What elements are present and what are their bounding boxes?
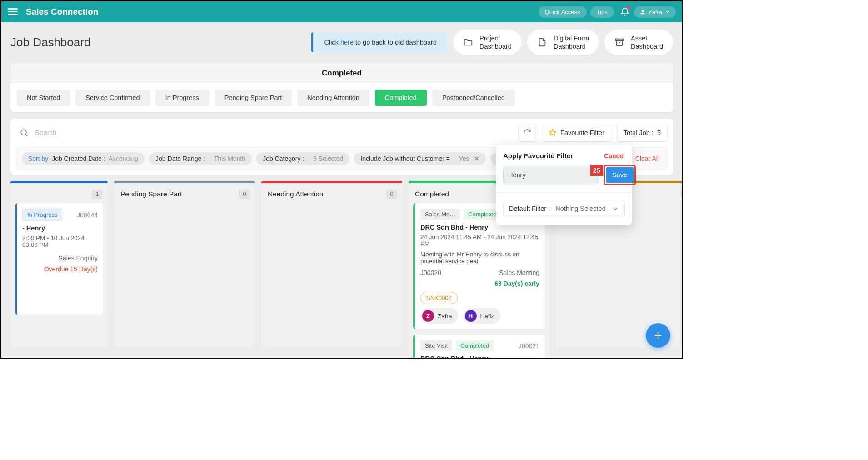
search-icon [20,128,29,137]
card-customer: DRC Sdn Bhd - Henry [420,355,539,359]
tab-pending-spare-part[interactable]: Pending Spare Part [215,90,292,106]
old-dashboard-banner: Click here to go back to old dashboard [311,32,447,52]
chevron-down-icon [612,205,619,212]
sort-chip[interactable]: Sort by Job Created Date : Ascending [22,152,145,165]
avatar: ZZafra [420,308,459,324]
step-badge: 25 [590,165,603,176]
refresh-button[interactable] [518,124,536,142]
save-button[interactable]: Save [606,167,634,183]
status-badge: In Progress [22,209,62,221]
clear-all-link[interactable]: Clear All [635,155,662,162]
topbar: Sales Connection Quick Access Tips Zafra [1,1,682,22]
chip-date-range[interactable]: Job Date Range : This Month [149,152,252,165]
default-filter-select[interactable]: Default Filter : Nothing Selected [503,200,625,217]
column-count: 0 [239,190,249,199]
quick-access-button[interactable]: Quick Access [539,6,587,18]
user-icon [639,9,646,15]
brand: Sales Connection [26,7,98,17]
tab-postponed-cancelled[interactable]: Postponed/Cancelled [432,90,515,106]
avatar: HHafiz [463,308,501,324]
star-icon [549,129,557,137]
favourite-name-input[interactable] [503,167,599,183]
folder-icon [463,37,473,47]
asset-dashboard-button[interactable]: AssetDashboard [604,30,673,55]
status-panel: Completed Not Started Service Confirmed … [10,63,673,112]
popover-title: Apply Favourite Filter [503,152,573,160]
svg-point-0 [641,10,644,12]
card-time: 24 Jun 2024 11:45 AM - 24 Jun 2024 12:45… [420,234,539,247]
chip-include-no-customer[interactable]: Include Job without Customer = Yes✕ [354,152,485,165]
total-job-box: Total Job : 5 [617,124,668,142]
tab-in-progress[interactable]: In Progress [155,90,209,106]
column-title: Needing Attention [268,190,323,198]
card-time: 2:00 PM - 10 Jun 2024 03:00 PM [22,235,98,248]
overdue-label: Overdue 15 Day(s) [44,265,98,273]
card-category: Sales Enquiry [59,255,98,262]
job-id: J00044 [77,211,98,219]
chip-remove-icon[interactable]: ✕ [474,155,479,162]
column-count: 0 [387,190,397,199]
svg-rect-1 [616,39,624,41]
svg-point-2 [21,130,26,135]
tab-needing-attention[interactable]: Needing Attention [297,90,369,106]
archive-icon [614,37,624,47]
column-title: Completed [415,190,449,198]
search-box [16,123,513,142]
menu-icon[interactable] [8,8,18,15]
chevron-down-icon [665,9,670,15]
tab-completed[interactable]: Completed [375,90,427,106]
job-id: J00021 [519,342,539,350]
tab-service-confirmed[interactable]: Service Confirmed [75,90,150,106]
digital-form-dashboard-button[interactable]: Digital FormDashboard [527,30,599,55]
column-count: 0 [681,190,683,199]
early-label: 63 Day(s) early [494,280,539,287]
save-highlight: 25 Save [604,165,636,185]
category-badge: Sales Me… [420,209,460,220]
tab-not-started[interactable]: Not Started [17,90,70,106]
avatar-list: ZZafra HHafiz [420,308,539,324]
board-column: Pending Spare Part0 [114,181,255,359]
notifications-icon[interactable] [620,7,629,16]
user-name: Zafra [649,9,662,15]
status-header: Completed [10,63,673,83]
search-input[interactable] [33,126,509,139]
add-fab[interactable]: + [646,323,670,348]
chip-job-category[interactable]: Job Category : 9 Selected [256,152,349,165]
status-tabs: Not Started Service Confirmed In Progres… [10,83,673,106]
tips-button[interactable]: Tips [590,6,614,18]
card-desc: Meeting with Mr Henry to discuss on pote… [420,251,539,265]
user-menu[interactable]: Zafra [634,6,676,18]
project-dashboard-button[interactable]: ProjectDashboard [453,30,522,55]
status-badge: Completed [456,340,494,351]
page-title: Job Dashboard [10,35,90,50]
card-customer: - Henry [22,225,98,232]
column-count: 1 [92,190,102,199]
board-column: Needing Attention0 [261,181,402,359]
document-icon [537,37,547,47]
favourite-filter-button[interactable]: Favourite Filter [542,124,611,142]
category-badge: Site Visit [420,340,452,351]
old-dashboard-link[interactable]: here [340,39,354,46]
board-column: 1 In ProgressJ00044 - Henry 2:00 PM - 10… [10,181,108,359]
job-card[interactable]: Site Visit Completed J00021 DRC Sdn Bhd … [413,335,545,359]
column-title: Pending Spare Part [120,190,182,198]
job-card[interactable]: In ProgressJ00044 - Henry 2:00 PM - 10 J… [15,203,103,315]
plus-icon: + [654,328,662,343]
page-header: Job Dashboard Click here to go back to o… [1,22,682,60]
cancel-link[interactable]: Cancel [604,152,625,160]
ref-tag: SNK0002 [420,292,458,304]
favourite-filter-popover: Apply Favourite Filter Cancel 25 Save De… [496,145,632,225]
